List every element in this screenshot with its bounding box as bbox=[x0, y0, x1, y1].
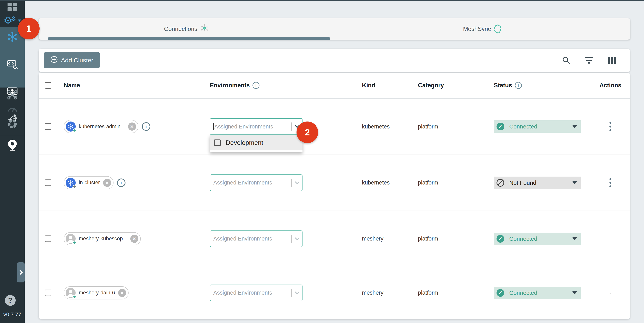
sidebar-divider bbox=[0, 136, 25, 136]
segmented-donut-icon bbox=[7, 118, 18, 130]
sidebar: ⚙⚙ bbox=[0, 0, 25, 323]
dropdown-arrow-icon bbox=[572, 237, 577, 240]
chip-delete-icon[interactable]: × bbox=[103, 179, 111, 187]
tab-bar: Connections MeshSync bbox=[38, 18, 630, 40]
status-badge[interactable]: Not Found bbox=[494, 177, 581, 189]
environments-select[interactable]: Assigned Environments bbox=[210, 230, 302, 247]
sidebar-expand-button[interactable] bbox=[17, 262, 25, 282]
table-header: Name Environments i Kind Category Status… bbox=[38, 73, 630, 99]
add-cluster-label: Add Cluster bbox=[61, 57, 93, 64]
row-checkbox[interactable] bbox=[45, 289, 51, 296]
row-checkbox[interactable] bbox=[45, 179, 51, 186]
sidebar-item-configuration[interactable] bbox=[0, 89, 25, 101]
tab-meshsync[interactable]: MeshSync bbox=[334, 18, 630, 40]
environments-select[interactable]: Assigned Environments bbox=[210, 284, 302, 301]
avatar-icon bbox=[66, 234, 76, 244]
chip-delete-icon[interactable]: × bbox=[118, 289, 126, 297]
status-label: Connected bbox=[509, 289, 537, 296]
crossed-wrenches-icon bbox=[7, 90, 18, 101]
connection-info-icon[interactable]: i bbox=[142, 122, 150, 131]
dashboard-icon bbox=[8, 3, 17, 12]
chevron-down-icon[interactable] bbox=[295, 236, 300, 240]
header-environments: Environments i bbox=[208, 82, 362, 89]
status-dot-green bbox=[72, 241, 76, 245]
avatar-icon bbox=[66, 288, 76, 298]
option-label: Development bbox=[226, 139, 263, 146]
add-cluster-button[interactable]: Add Cluster bbox=[44, 52, 100, 68]
info-icon[interactable]: i bbox=[252, 82, 260, 89]
environments-placeholder: Assigned Environments bbox=[213, 289, 290, 296]
chip-delete-icon[interactable]: × bbox=[130, 235, 138, 243]
row-checkbox[interactable] bbox=[45, 235, 51, 242]
app-version: v0.7.77 bbox=[0, 311, 25, 317]
chevron-down-icon[interactable] bbox=[295, 290, 300, 294]
annotation-step-2: 2 bbox=[296, 122, 318, 143]
select-divider bbox=[291, 235, 292, 243]
tab-connections-label: Connections bbox=[164, 26, 197, 33]
sidebar-item-dashboard[interactable] bbox=[0, 2, 25, 12]
tab-connections[interactable]: Connections bbox=[38, 18, 334, 40]
select-all-checkbox[interactable] bbox=[45, 82, 51, 89]
help-button[interactable]: ? bbox=[5, 295, 16, 306]
view-columns-icon[interactable] bbox=[607, 56, 616, 65]
active-tab-indicator bbox=[48, 37, 330, 40]
table-row: kubernetes-admin... × i Assigned Environ… bbox=[38, 99, 630, 155]
environments-select[interactable]: Assigned Environments bbox=[210, 174, 302, 191]
chevron-down-icon[interactable] bbox=[295, 180, 300, 184]
status-dot-green bbox=[72, 295, 76, 299]
sidebar-item-extensions[interactable] bbox=[0, 118, 25, 131]
sidebar-item-adapters[interactable] bbox=[0, 58, 25, 71]
filter-icon[interactable] bbox=[584, 56, 594, 65]
kind-cell: meshery bbox=[362, 235, 418, 242]
dropdown-option-development[interactable]: Development bbox=[210, 135, 302, 150]
plus-circle-icon bbox=[50, 56, 58, 65]
environments-placeholder: Assigned Environments bbox=[214, 123, 290, 130]
question-mark-icon: ? bbox=[8, 296, 12, 305]
row-checkbox[interactable] bbox=[45, 123, 51, 130]
text-cursor bbox=[213, 123, 214, 130]
kind-cell: kubernetes bbox=[362, 179, 418, 186]
connection-chip[interactable]: meshery-kubescop... × bbox=[64, 232, 141, 245]
select-divider bbox=[291, 289, 292, 297]
row-actions-menu[interactable] bbox=[608, 177, 613, 189]
chip-delete-icon[interactable]: × bbox=[128, 123, 136, 131]
kind-cell: meshery bbox=[362, 289, 418, 296]
table-row: meshery-kubescop... × Assigned Environme… bbox=[38, 211, 630, 267]
check-circle-icon: ✓ bbox=[496, 235, 504, 243]
status-dot-gray bbox=[72, 185, 76, 189]
chevron-right-icon bbox=[18, 270, 22, 275]
status-badge[interactable]: ✓ Connected bbox=[494, 120, 581, 133]
header-kind: Kind bbox=[362, 82, 418, 89]
code-wrench-icon bbox=[7, 60, 18, 70]
dropdown-arrow-icon bbox=[572, 125, 577, 128]
not-allowed-icon bbox=[496, 179, 504, 187]
info-icon[interactable]: i bbox=[515, 82, 522, 89]
status-badge[interactable]: ✓ Connected bbox=[494, 287, 581, 299]
connection-chip[interactable]: kubernetes-admin... × bbox=[64, 120, 138, 133]
header-category: Category bbox=[418, 82, 492, 89]
sidebar-item-performance[interactable] bbox=[0, 103, 25, 114]
status-badge[interactable]: ✓ Connected bbox=[494, 233, 581, 245]
status-dot-green bbox=[72, 128, 76, 132]
row-actions-menu[interactable] bbox=[608, 120, 613, 133]
meshsync-spinner-icon bbox=[494, 25, 501, 34]
connection-info-icon[interactable]: i bbox=[117, 178, 126, 187]
sidebar-item-location[interactable] bbox=[0, 139, 25, 152]
connection-chip[interactable]: meshery-dain-6 × bbox=[64, 286, 128, 299]
kubernetes-icon bbox=[66, 122, 76, 132]
connection-chip[interactable]: in-cluster × bbox=[64, 176, 114, 189]
search-icon[interactable] bbox=[562, 56, 571, 65]
dropdown-arrow-icon bbox=[572, 291, 577, 294]
category-cell: platform bbox=[418, 235, 492, 242]
annotation-step-1: 1 bbox=[18, 18, 40, 40]
select-divider bbox=[291, 179, 292, 187]
category-cell: platform bbox=[418, 289, 492, 296]
gears-icon: ⚙⚙ bbox=[4, 16, 21, 26]
environments-select[interactable]: Assigned Environments bbox=[210, 118, 302, 135]
option-checkbox[interactable] bbox=[214, 139, 221, 146]
header-status: Status i bbox=[492, 82, 591, 89]
location-pin-icon bbox=[8, 140, 17, 152]
kind-cell: kubernetes bbox=[362, 123, 418, 130]
category-cell: platform bbox=[418, 179, 492, 186]
connection-name: meshery-dain-6 bbox=[79, 290, 115, 296]
